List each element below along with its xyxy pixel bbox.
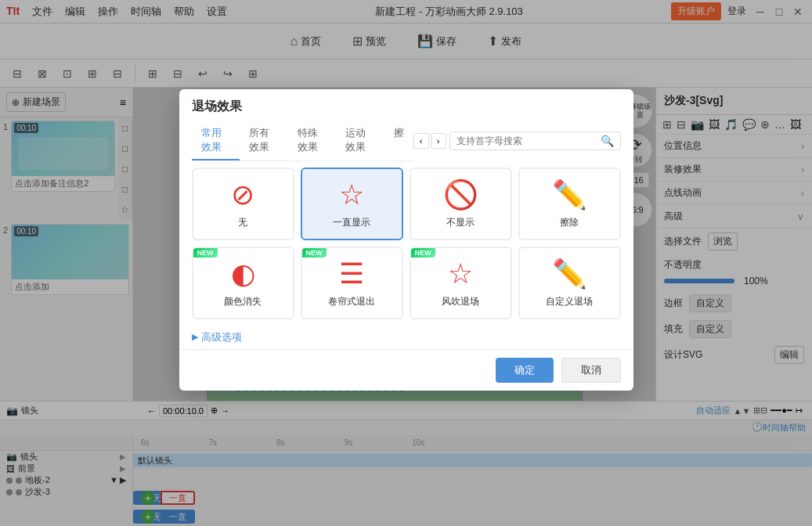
effect-customout-icon: ✏️ [552, 258, 587, 290]
tab-wipe[interactable]: 擦 [384, 121, 413, 160]
effect-color-fade[interactable]: NEW ◐ 颜色消失 [192, 247, 294, 319]
cancel-button[interactable]: 取消 [561, 358, 621, 383]
effect-wipe-icon: ✏️ [552, 178, 587, 211]
effect-always-label: 一直显示 [333, 216, 370, 229]
advanced-options-arrow-icon: ▶ [192, 332, 198, 342]
effect-notshow-icon: 🚫 [443, 178, 478, 211]
modal-footer: 确定 取消 [179, 349, 633, 391]
modal-header: 退场效果 常用效果 所有效果 特殊效果 运动效果 擦 ‹ › 🔍 [179, 89, 633, 161]
effect-new-badge-2: NEW [302, 248, 327, 258]
effect-wind-out[interactable]: NEW ☆ 风吹退场 [410, 247, 512, 319]
effect-new-badge-1: NEW [193, 248, 218, 258]
exit-effect-modal: 退场效果 常用效果 所有效果 特殊效果 运动效果 擦 ‹ › 🔍 [179, 89, 633, 391]
nav-prev-button[interactable]: ‹ [413, 133, 429, 149]
tab-all[interactable]: 所有效果 [240, 121, 288, 160]
effect-none[interactable]: ⊘ 无 [192, 168, 294, 240]
effect-not-show[interactable]: 🚫 不显示 [410, 168, 512, 240]
effect-scrollout-label: 卷帘式退出 [328, 295, 375, 308]
effect-wipe-label: 擦除 [560, 216, 579, 229]
search-input[interactable] [457, 135, 597, 146]
modal-search-area: ‹ › 🔍 [413, 125, 621, 157]
tab-motion[interactable]: 运动效果 [336, 121, 384, 160]
effect-wipe[interactable]: ✏️ 擦除 [518, 168, 621, 240]
effect-always-icon: ☆ [339, 178, 364, 211]
effect-windout-icon: ☆ [448, 258, 473, 290]
effect-scroll-out[interactable]: NEW ☰ 卷帘式退出 [301, 247, 403, 319]
advanced-options-toggle[interactable]: ▶ 高级选项 [179, 326, 633, 349]
effect-notshow-label: 不显示 [446, 216, 475, 229]
effects-grid: ⊘ 无 ☆ 一直显示 🚫 不显示 ✏️ 擦除 NEW ◐ 颜色消失 [179, 161, 633, 326]
effect-none-icon: ⊘ [231, 178, 254, 211]
effect-new-badge-3: NEW [411, 248, 435, 258]
modal-search: 🔍 [449, 132, 621, 150]
modal-nav: ‹ › [413, 133, 446, 149]
effect-always-show[interactable]: ☆ 一直显示 [301, 168, 403, 240]
effect-customout-label: 自定义退场 [546, 295, 593, 308]
effect-colorfade-icon: ◐ [231, 258, 255, 290]
confirm-button[interactable]: 确定 [496, 358, 554, 383]
tab-common[interactable]: 常用效果 [192, 121, 240, 160]
effect-custom-out[interactable]: ✏️ 自定义退场 [518, 247, 621, 319]
tab-special[interactable]: 特殊效果 [288, 121, 337, 160]
modal-title: 退场效果 [192, 99, 621, 115]
effect-colorfade-label: 颜色消失 [224, 295, 262, 308]
modal-overlay[interactable]: 退场效果 常用效果 所有效果 特殊效果 运动效果 擦 ‹ › 🔍 [0, 0, 812, 526]
nav-next-button[interactable]: › [431, 133, 446, 149]
effect-scrollout-icon: ☰ [339, 258, 364, 290]
search-icon: 🔍 [601, 135, 614, 147]
effect-none-label: 无 [238, 216, 247, 229]
modal-tabs: 常用效果 所有效果 特殊效果 运动效果 擦 [192, 121, 413, 161]
effect-windout-label: 风吹退场 [442, 295, 479, 308]
modal-tabs-row: 常用效果 所有效果 特殊效果 运动效果 擦 ‹ › 🔍 [192, 121, 621, 161]
